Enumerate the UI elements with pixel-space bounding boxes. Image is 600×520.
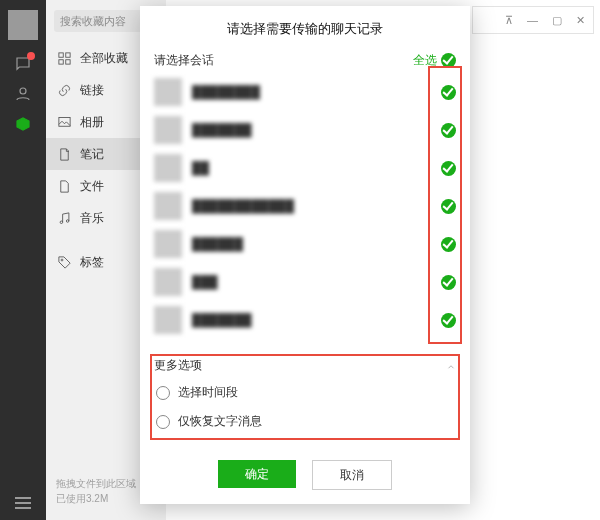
window-controls: ⊼ — ▢ ✕	[472, 6, 594, 34]
check-icon[interactable]	[441, 161, 456, 176]
svg-point-6	[60, 221, 63, 224]
svg-point-0	[20, 88, 26, 94]
sidebar-item-label: 音乐	[80, 210, 104, 227]
image-icon	[56, 114, 72, 130]
music-icon	[56, 210, 72, 226]
svg-point-7	[66, 219, 69, 222]
sidebar-item-label: 笔记	[80, 146, 104, 163]
cancel-button[interactable]: 取消	[312, 460, 392, 490]
check-icon[interactable]	[441, 85, 456, 100]
option-time-range[interactable]: 选择时间段	[154, 378, 456, 407]
chat-icon[interactable]	[13, 54, 33, 74]
nav-rail	[0, 0, 46, 520]
svg-rect-3	[58, 59, 62, 63]
grid-icon	[56, 50, 72, 66]
chat-avatar	[154, 268, 182, 296]
tag-icon	[56, 254, 72, 270]
menu-icon[interactable]	[0, 494, 46, 512]
contacts-icon[interactable]	[13, 84, 33, 104]
sidebar-item-label: 全部收藏	[80, 50, 128, 67]
chat-row[interactable]: ███████	[154, 301, 456, 339]
chat-row[interactable]: ███████	[154, 111, 456, 149]
unread-badge	[27, 52, 35, 60]
avatar[interactable]	[8, 10, 38, 40]
modal-title: 请选择需要传输的聊天记录	[140, 6, 470, 48]
link-icon	[56, 82, 72, 98]
select-session-label: 请选择会话	[154, 52, 214, 69]
check-icon[interactable]	[441, 199, 456, 214]
check-icon	[441, 53, 456, 68]
chat-name: ███████	[192, 313, 441, 327]
check-icon[interactable]	[441, 237, 456, 252]
pin-icon[interactable]: ⊼	[505, 14, 513, 27]
chat-avatar	[154, 116, 182, 144]
chat-name: ████████	[192, 85, 441, 99]
chat-row[interactable]: ███	[154, 263, 456, 301]
svg-rect-5	[58, 117, 69, 126]
check-icon[interactable]	[441, 123, 456, 138]
svg-point-8	[61, 259, 63, 261]
favorites-icon[interactable]	[13, 114, 33, 134]
svg-rect-4	[65, 59, 69, 63]
svg-rect-1	[58, 52, 62, 56]
svg-rect-2	[65, 52, 69, 56]
sidebar-item-label: 相册	[80, 114, 104, 131]
close-icon[interactable]: ✕	[576, 14, 585, 27]
chat-name: ██	[192, 161, 441, 175]
option-text-only[interactable]: 仅恢复文字消息	[154, 407, 456, 436]
chat-avatar	[154, 154, 182, 182]
file-icon	[56, 178, 72, 194]
chat-avatar	[154, 230, 182, 258]
maximize-icon[interactable]: ▢	[552, 14, 562, 27]
check-icon[interactable]	[441, 275, 456, 290]
chat-name: ██████	[192, 237, 441, 251]
confirm-button[interactable]: 确定	[218, 460, 296, 488]
minimize-icon[interactable]: —	[527, 14, 538, 26]
radio-icon	[156, 386, 170, 400]
chat-row[interactable]: ██	[154, 149, 456, 187]
check-icon[interactable]	[441, 313, 456, 328]
select-all-button[interactable]: 全选	[413, 52, 456, 69]
note-icon	[56, 146, 72, 162]
chat-row[interactable]: ██████	[154, 225, 456, 263]
chat-row[interactable]: ████████████	[154, 187, 456, 225]
sidebar-item-label: 标签	[80, 254, 104, 271]
chat-avatar	[154, 192, 182, 220]
chat-avatar	[154, 78, 182, 106]
more-options-toggle[interactable]: 更多选项	[154, 353, 456, 378]
chat-name: ████████████	[192, 199, 441, 213]
search-placeholder: 搜索收藏内容	[60, 14, 126, 29]
chat-row[interactable]: ████████	[154, 73, 456, 111]
chevron-up-icon	[446, 361, 456, 371]
sidebar-item-label: 链接	[80, 82, 104, 99]
chat-name: ███████	[192, 123, 441, 137]
more-options: 更多选项 选择时间段 仅恢复文字消息	[154, 353, 456, 436]
chat-avatar	[154, 306, 182, 334]
chat-name: ███	[192, 275, 441, 289]
radio-icon	[156, 415, 170, 429]
modal-buttons: 确定 取消	[140, 460, 470, 490]
transfer-chat-modal: 请选择需要传输的聊天记录 请选择会话 全选 ████████ ███████ █…	[140, 6, 470, 504]
chat-list: ████████ ███████ ██ ████████████ ██████ …	[140, 73, 470, 345]
sidebar-item-label: 文件	[80, 178, 104, 195]
